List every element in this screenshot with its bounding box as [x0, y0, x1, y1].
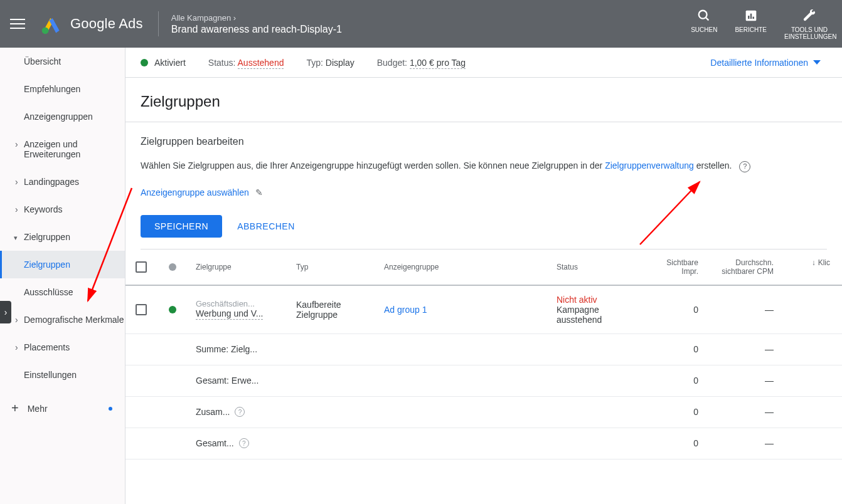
audiences-table: Zielgruppe Typ Anzeigengruppe Status Sic… — [125, 249, 842, 459]
help-icon[interactable]: ? — [739, 161, 750, 172]
summary-cpm: — — [706, 334, 781, 365]
summary-cpm: — — [706, 365, 781, 396]
details-link[interactable]: Detaillierte Informationen — [710, 58, 821, 68]
status-dot-icon[interactable] — [169, 306, 176, 313]
table-row: Geschäftsdien... Werbung und V... Kaufbe… — [125, 286, 842, 334]
svg-line-2 — [706, 18, 709, 21]
sidebar-item-landingpages[interactable]: Landingpages — [0, 168, 125, 196]
svg-rect-4 — [748, 16, 750, 19]
section-title: Zielgruppen bearbeiten — [141, 136, 827, 147]
summary-impressions: 0 — [643, 428, 706, 459]
sidebar-item-ads-extensions[interactable]: Anzeigen und Erweiterungen — [0, 130, 125, 168]
sidebar-item-placements[interactable]: Placements — [0, 333, 125, 361]
notification-dot-icon — [109, 407, 112, 411]
sidebar: Übersicht Empfehlungen Anzeigengruppen A… — [0, 48, 125, 504]
breadcrumb-parent[interactable]: Alle Kampagnen — [171, 13, 691, 23]
logo[interactable]: Google Ads — [40, 13, 143, 35]
table-header: Zielgruppe Typ Anzeigengruppe Status Sic… — [125, 249, 842, 286]
logo-text: Google Ads — [70, 16, 143, 32]
info-icon[interactable]: ? — [239, 438, 249, 448]
table-summary-row: Zusam...? 0 — — [125, 397, 842, 428]
sidebar-item-demographics[interactable]: Demografische Merkmale — [0, 306, 125, 333]
search-button[interactable]: SUCHEN — [691, 8, 717, 33]
select-all-checkbox[interactable] — [136, 261, 147, 273]
divider — [158, 11, 159, 36]
sidebar-item-adgroups[interactable]: Anzeigengruppen — [0, 103, 125, 130]
breadcrumb-current: Brand awareness and reach-Display-1 — [171, 24, 691, 35]
summary-cpm: — — [706, 428, 781, 459]
cancel-button[interactable]: ABBRECHEN — [237, 221, 295, 231]
summary-impressions: 0 — [643, 334, 706, 365]
search-icon — [691, 8, 717, 24]
table-summary-row: Gesamt: Erwe... 0 — — [125, 365, 842, 397]
sidebar-item-audiences[interactable]: Zielgruppen — [0, 223, 125, 251]
save-button[interactable]: SPEICHERN — [141, 215, 222, 238]
breadcrumb[interactable]: Alle Kampagnen Brand awareness and reach… — [171, 13, 691, 35]
summary-cpm: — — [706, 397, 781, 428]
summary-label: Zusam...? — [188, 397, 289, 428]
col-type[interactable]: Typ — [289, 249, 376, 285]
section-description: Wählen Sie Zielgruppen aus, die Ihrer An… — [141, 160, 827, 172]
budget-field: Budget: 1,00 € pro Tag — [377, 58, 466, 68]
sidebar-item-keywords[interactable]: Keywords — [0, 196, 125, 223]
status-dot-icon — [141, 59, 148, 66]
col-status[interactable]: Status — [549, 249, 643, 285]
col-audience[interactable]: Zielgruppe — [188, 249, 289, 285]
app-header: Google Ads Alle Kampagnen Brand awarenes… — [0, 0, 842, 48]
summary-label: Summe: Zielg... — [188, 334, 289, 365]
svg-rect-5 — [750, 14, 752, 19]
col-impressions[interactable]: Sichtbare Impr. — [643, 249, 706, 285]
sidebar-sub-exclusions[interactable]: Ausschlüsse — [0, 278, 125, 306]
sidebar-more[interactable]: + Mehr — [0, 389, 125, 428]
reports-button[interactable]: BERICHTE — [735, 8, 767, 33]
row-checkbox[interactable] — [136, 304, 147, 315]
cell-impressions: 0 — [643, 286, 706, 333]
status-filter-icon[interactable] — [169, 263, 176, 271]
cell-type: Kaufbereite Zielgruppe — [289, 286, 376, 333]
google-ads-logo-icon — [40, 13, 63, 35]
wrench-icon — [784, 8, 834, 24]
expand-panel-icon[interactable]: › — [0, 301, 11, 323]
pencil-icon[interactable]: ✎ — [255, 187, 263, 197]
adgroup-link[interactable]: Ad group 1 — [384, 305, 427, 315]
tools-button[interactable]: TOOLS UND EINSTELLUNGEN — [784, 8, 834, 40]
sidebar-item-overview[interactable]: Übersicht — [0, 48, 125, 75]
svg-point-1 — [699, 11, 707, 19]
status-text: Nicht aktiv — [557, 295, 597, 305]
sidebar-item-recommendations[interactable]: Empfehlungen — [0, 75, 125, 103]
svg-rect-6 — [752, 17, 754, 19]
sort-arrow-icon: ↓ — [812, 258, 816, 267]
audience-category: Geschäftsdien... — [196, 299, 255, 308]
summary-label: Gesamt...? — [188, 428, 289, 459]
col-clicks[interactable]: ↓Klic — [781, 249, 838, 285]
table-summary-row: Summe: Zielg... 0 — — [125, 334, 842, 365]
bar-chart-icon — [735, 8, 767, 24]
sidebar-item-settings[interactable]: Einstellungen — [0, 361, 125, 389]
main-content: Aktiviert Status: Ausstehend Typ: Displa… — [125, 48, 842, 504]
summary-label: Gesamt: Erwe... — [188, 365, 289, 396]
info-icon[interactable]: ? — [235, 407, 245, 417]
chevron-down-icon — [813, 60, 821, 65]
table-summary-row: Gesamt...? 0 — — [125, 428, 842, 459]
select-adgroup-link[interactable]: Anzeigengruppe auswählen — [141, 187, 249, 197]
col-adgroup[interactable]: Anzeigengruppe — [376, 249, 549, 285]
audience-management-link[interactable]: Zielgruppenverwaltung — [605, 160, 694, 171]
audience-name[interactable]: Werbung und V... — [196, 308, 263, 320]
summary-impressions: 0 — [643, 365, 706, 396]
type-field: Typ: Display — [306, 58, 354, 68]
status-activated[interactable]: Aktiviert — [154, 58, 186, 68]
svg-point-0 — [42, 27, 49, 34]
status-field: Status: Ausstehend — [208, 58, 284, 68]
summary-impressions: 0 — [643, 397, 706, 428]
menu-icon[interactable] — [10, 16, 25, 31]
sidebar-sub-audiences[interactable]: Zielgruppen — [0, 251, 125, 278]
cell-cpm: — — [706, 286, 781, 333]
col-cpm[interactable]: Durchschn. sichtbarer CPM — [706, 249, 781, 285]
status-subtext: Kampagne ausstehend — [557, 305, 636, 325]
plus-icon: + — [11, 401, 19, 416]
